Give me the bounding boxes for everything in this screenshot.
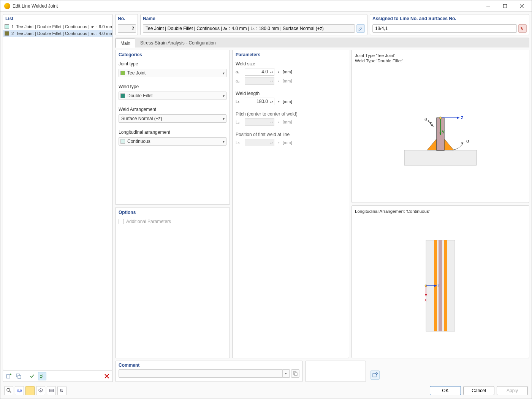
a1-label: a₁ [236,70,242,74]
tab-stress-strain[interactable]: Stress-Strain Analysis - Configuration [135,38,221,48]
svg-text:0,0: 0,0 [17,389,22,393]
chevron-down-icon: ▾ [223,71,225,75]
list-box[interactable]: 1 Tee Joint | Double Fillet | Continuous… [3,23,113,370]
list-header: List [3,14,113,23]
svg-point-43 [7,388,10,391]
longitudinal-select[interactable]: Continuous ▾ [119,137,226,146]
no-input[interactable] [118,24,136,33]
swatch-icon [5,31,9,36]
arrangement-preview-image: z x [355,217,526,355]
svg-marker-10 [427,139,437,150]
a2-label: a₂ [236,79,242,84]
svg-text:fx: fx [60,388,63,393]
list-item-label: Tee Joint | Double Fillet | Continuous |… [16,24,112,29]
l3-label: L₃ [236,140,242,145]
weld-size-label: Weld size [236,61,346,66]
search-button[interactable] [4,386,13,395]
joint-type-select[interactable]: Tee Joint ▾ [119,69,226,77]
title-bar: Edit Line Welded Joint [0,0,532,12]
comment-input[interactable] [119,369,283,378]
svg-marker-11 [444,139,454,150]
chevron-down-icon: ▾ [223,139,225,144]
categories-title: Categories [116,50,230,60]
window-title: Edit Line Welded Joint [13,3,480,9]
a1-input[interactable]: 4.0▴▾ [245,68,274,76]
svg-rect-9 [404,150,477,165]
longitudinal-label: Longitudinal arrangement [119,130,226,135]
comment-library-button[interactable] [291,369,299,378]
weld-type-label: Weld type [119,84,226,89]
chevron-down-icon: ▾ [223,94,225,98]
check-button[interactable] [28,372,36,380]
model-button[interactable] [36,386,45,395]
graphic-settings-button[interactable] [370,370,380,380]
weld-length-label: Weld length [236,91,346,96]
svg-text:y: y [442,128,445,134]
edit-name-button[interactable] [356,24,365,33]
list-item-num: 2 [11,31,14,36]
svg-rect-40 [294,373,297,375]
chevron-down-icon: ▾ [223,117,225,121]
parameters-title: Parameters [233,50,349,60]
caret-icon[interactable]: ▸ [277,70,280,74]
caret-icon: ▸ [277,120,280,124]
assigned-input[interactable] [372,24,517,33]
svg-text:x: x [424,297,427,302]
view-button[interactable] [47,386,56,395]
tab-main[interactable]: Main [116,38,135,48]
additional-params-label: Additional Parameters [126,219,171,224]
caret-icon[interactable]: ▸ [277,100,280,103]
minimize-button[interactable] [480,0,497,11]
list-item[interactable]: 1 Tee Joint | Double Fillet | Continuous… [3,23,112,30]
options-title: Options [116,207,230,217]
arrangement-select[interactable]: Surface Normal (+z) ▾ [119,114,226,123]
l2-input: ▴▾ [245,118,274,126]
delete-button[interactable] [103,372,111,380]
svg-point-20 [439,117,442,119]
new-item-button[interactable] [5,372,13,380]
function-button[interactable]: fx [57,386,66,395]
close-button[interactable] [513,0,530,11]
list-item[interactable]: 2 Tee Joint | Double Fillet | Continuous… [3,30,112,37]
check-all-button[interactable] [38,372,46,380]
name-label: Name [141,14,367,23]
tab-bar: Main Stress-Strain Analysis - Configurat… [115,38,529,48]
preview-caption-2: Longitudinal Arrangement 'Continuous' [355,209,526,214]
units-button[interactable]: 0,0 [15,386,24,395]
a2-input: ▴▾ [245,77,274,85]
apply-button[interactable]: Apply [497,386,528,395]
color-button[interactable] [25,386,35,395]
list-item-num: 1 [11,24,14,29]
blank-panel [305,361,366,382]
svg-text:z: z [437,283,440,288]
preview-caption: Joint Type 'Tee Joint' Weld Type 'Double… [355,53,526,63]
svg-rect-6 [18,375,21,378]
maximize-button[interactable] [497,0,513,11]
svg-text:a: a [424,116,427,122]
arrangement-label: Weld Arrangement [119,107,226,112]
comment-dropdown[interactable]: ▾ [283,369,290,378]
list-item-label: Tee Joint | Double Fillet | Continuous |… [16,31,112,36]
l3-input: ▴▾ [245,139,274,146]
joint-preview-image: z y a1 α [355,66,526,200]
l1-label: L₁ [236,99,242,104]
pick-button[interactable] [518,24,527,33]
caret-icon: ▸ [277,79,280,83]
position-first-label: Position of first weld at line [236,132,346,137]
joint-type-label: Joint type [119,61,226,66]
cancel-button[interactable]: Cancel [463,386,494,395]
l2-label: L₂ [236,120,242,125]
additional-params-checkbox[interactable] [119,219,124,224]
copy-item-button[interactable] [14,372,23,380]
svg-marker-15 [457,117,459,119]
comment-title: Comment [116,361,302,369]
svg-rect-4 [6,375,10,378]
svg-text:1: 1 [428,119,429,123]
weld-type-select[interactable]: Double Fillet ▾ [119,92,226,100]
name-input[interactable] [143,24,355,33]
ok-button[interactable]: OK [430,386,461,395]
assigned-label: Assigned to Line No. and Surfaces No. [370,14,529,23]
svg-text:z: z [461,114,464,120]
svg-rect-31 [444,240,447,331]
l1-input[interactable]: 180.0▴▾ [245,98,274,105]
